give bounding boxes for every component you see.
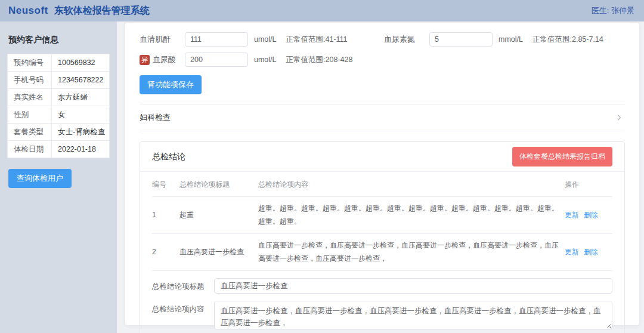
field-label: 血尿酸 — [153, 54, 176, 65]
update-link[interactable]: 更新 — [565, 248, 579, 256]
field-label: 体检日期 — [8, 141, 52, 158]
conclusion-panel-header: 总检结论 体检套餐总检结果报告归档 — [140, 142, 624, 172]
table-row: 性别 女 — [8, 106, 110, 124]
unit-label: mmol/L — [499, 35, 523, 44]
archive-report-button[interactable]: 体检套餐总检结果报告归档 — [512, 147, 612, 166]
sidebar-title: 预约客户信息 — [8, 35, 110, 45]
conclusion-table: 编号 总检结论项标题 总检结论项内容 操作 1 超重 超重。超重。超重。超重。超… — [152, 172, 612, 271]
column-header: 编号 — [152, 172, 179, 197]
chevron-right-icon — [615, 114, 623, 121]
exam-field-urea-nitrogen: 血尿素氮 mmol/L 正常值范围:2.85-7.14 — [384, 32, 625, 47]
column-header: 总检结论项标题 — [179, 172, 258, 197]
column-header: 总检结论项内容 — [258, 172, 565, 197]
cell-id: 1 — [152, 197, 179, 234]
main-area: 血清肌酐 umol/L 正常值范围:41-111 血尿素氮 mmol/L 正常值… — [117, 21, 644, 333]
abnormal-badge: 异 — [140, 55, 150, 65]
sidebar: 预约客户信息 预约编号 100569832 手机号码 12345678222 真… — [0, 21, 117, 333]
cell-title: 血压高要进一步检查 — [179, 234, 258, 271]
conclusion-content-textarea[interactable]: 血压高要进一步检查，血压高要进一步检查，血压高要进一步检查，血压高要进一步检查，… — [214, 301, 612, 329]
table-header-row: 编号 总检结论项标题 总检结论项内容 操作 — [152, 172, 612, 197]
cell-actions: 更新删除 — [565, 234, 612, 271]
field-value: 2022-01-18 — [52, 141, 110, 158]
update-link[interactable]: 更新 — [565, 211, 579, 219]
app-header: Neusoft 东软体检报告管理系统 医生: 张仲景 — [0, 0, 644, 21]
table-row: 2 血压高要进一步检查 血压高要进一步检查，血压高要进一步检查，血压高要进一步检… — [152, 234, 612, 271]
field-label: 套餐类型 — [8, 124, 52, 141]
table-row: 手机号码 12345678222 — [8, 72, 110, 89]
cell-actions: 更新删除 — [565, 197, 612, 234]
page-body: 预约客户信息 预约编号 100569832 手机号码 12345678222 真… — [0, 21, 644, 333]
exam-field-serum-creatinine: 血清肌酐 umol/L 正常值范围:41-111 — [140, 32, 384, 47]
cell-id: 2 — [152, 234, 179, 271]
field-label: 预约编号 — [8, 54, 52, 72]
conclusion-content-label: 总检结论项内容 — [152, 301, 214, 314]
table-row: 1 超重 超重。超重。超重。超重。超重。超重。超重。超重。超重。超重。超重。超重… — [152, 197, 612, 234]
field-label: 性别 — [8, 106, 52, 124]
field-value: 东方延绪 — [52, 89, 110, 106]
field-value: 女 — [52, 106, 110, 124]
table-row: 预约编号 100569832 — [8, 54, 110, 72]
field-value: 女士-肾病检查 — [52, 124, 110, 141]
field-head: 异 血尿酸 — [140, 54, 185, 65]
field-label: 血尿素氮 — [384, 34, 415, 45]
app-title: 东软体检报告管理系统 — [54, 5, 150, 17]
conclusion-panel: 总检结论 体检套餐总检结果报告归档 编号 总检结论项标题 总检结论项内容 操作 — [140, 141, 625, 333]
uric-acid-input[interactable] — [185, 53, 248, 67]
kidney-function-form: 血清肌酐 umol/L 正常值范围:41-111 血尿素氮 mmol/L 正常值… — [140, 32, 625, 67]
customer-info-table: 预约编号 100569832 手机号码 12345678222 真实姓名 东方延… — [7, 54, 110, 158]
serum-creatinine-input[interactable] — [185, 32, 248, 47]
app-brand-block: Neusoft 东软体检报告管理系统 — [8, 5, 150, 17]
unit-label: umol/L — [254, 35, 277, 44]
conclusion-title-row: 总检结论项标题 — [152, 278, 612, 294]
cell-content: 超重。超重。超重。超重。超重。超重。超重。超重。超重。超重。超重。超重。超重。超… — [258, 197, 565, 234]
field-value: 12345678222 — [52, 72, 110, 89]
field-label: 血清肌酐 — [140, 34, 171, 45]
conclusion-title-label: 总检结论项标题 — [152, 278, 214, 292]
collapse-title: 妇科检查 — [140, 112, 171, 123]
normal-range-label: 正常值范围:41-111 — [286, 35, 348, 45]
brand-logo: Neusoft — [8, 5, 48, 17]
table-row: 真实姓名 东方延绪 — [8, 89, 110, 106]
field-head: 血清肌酐 — [140, 34, 185, 45]
column-header: 操作 — [565, 172, 612, 197]
conclusion-panel-body: 编号 总检结论项标题 总检结论项内容 操作 1 超重 超重。超重。超重。超重。超… — [140, 172, 624, 333]
field-value: 100569832 — [52, 54, 110, 72]
gynecology-collapse-header[interactable]: 妇科检查 — [140, 104, 625, 131]
normal-range-label: 正常值范围:208-428 — [286, 55, 353, 65]
conclusion-title: 总检结论 — [152, 152, 185, 162]
table-row: 体检日期 2022-01-18 — [8, 141, 110, 158]
cell-title: 超重 — [179, 197, 258, 234]
field-label: 真实姓名 — [8, 89, 52, 106]
table-row: 套餐类型 女士-肾病检查 — [8, 124, 110, 141]
exam-field-uric-acid: 异 血尿酸 umol/L 正常值范围:208-428 — [140, 53, 384, 67]
urea-nitrogen-input[interactable] — [429, 32, 493, 47]
conclusion-content-row: 总检结论项内容 血压高要进一步检查，血压高要进一步检查，血压高要进一步检查，血压… — [152, 301, 612, 329]
kidney-function-save-button[interactable]: 肾功能项保存 — [140, 75, 202, 94]
query-exam-user-button[interactable]: 查询体检用户 — [8, 169, 72, 188]
main-panel: 血清肌酐 umol/L 正常值范围:41-111 血尿素氮 mmol/L 正常值… — [125, 23, 639, 325]
normal-range-label: 正常值范围:2.85-7.14 — [532, 35, 603, 45]
field-head: 血尿素氮 — [384, 34, 429, 45]
doctor-label: 医生: 张仲景 — [592, 5, 634, 16]
conclusion-title-input[interactable] — [214, 278, 612, 294]
cell-content: 血压高要进一步检查，血压高要进一步检查，血压高要进一步检查，血压高要进一步检查，… — [258, 234, 565, 271]
delete-link[interactable]: 删除 — [584, 211, 598, 219]
field-label: 手机号码 — [8, 72, 52, 89]
delete-link[interactable]: 删除 — [584, 248, 598, 256]
unit-label: umol/L — [254, 56, 277, 64]
